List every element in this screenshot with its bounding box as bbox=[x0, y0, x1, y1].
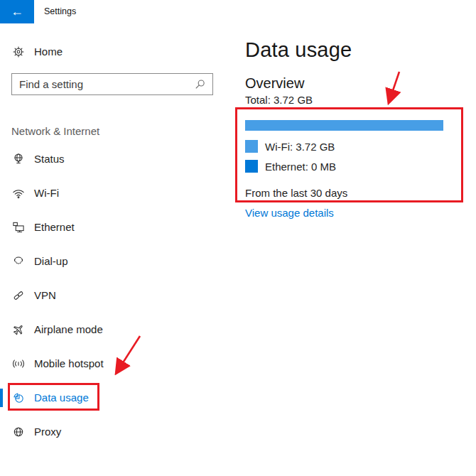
vpn-icon bbox=[11, 288, 26, 303]
sidebar-item-label: Status bbox=[34, 146, 65, 172]
sidebar-item-data-usage[interactable]: Data usage bbox=[0, 385, 220, 411]
ethernet-legend-label: Ethernet: 0 MB bbox=[265, 161, 336, 173]
usage-bar-chart bbox=[245, 120, 443, 131]
wifi-legend-swatch bbox=[245, 140, 258, 153]
sidebar-item-label: Proxy bbox=[34, 419, 61, 445]
dialup-phone-icon bbox=[11, 254, 26, 269]
sidebar-item-home[interactable]: Home bbox=[0, 39, 220, 65]
sidebar-item-label: Dial-up bbox=[34, 249, 68, 274]
back-arrow-icon: ← bbox=[11, 4, 23, 19]
period-label: From the last 30 days bbox=[245, 187, 347, 199]
sidebar-item-mobile-hotspot[interactable]: Mobile hotspot bbox=[0, 351, 220, 377]
search-box[interactable] bbox=[11, 73, 213, 95]
sidebar-item-proxy[interactable]: Proxy bbox=[0, 419, 220, 445]
sidebar-item-vpn[interactable]: VPN bbox=[0, 283, 220, 308]
sidebar-item-label: Data usage bbox=[34, 385, 89, 411]
pie-chart-icon bbox=[11, 391, 26, 405]
overview-heading: Overview bbox=[245, 75, 304, 92]
search-input[interactable] bbox=[12, 74, 212, 94]
sidebar-section-label: Network & Internet bbox=[11, 125, 99, 137]
ethernet-legend-swatch bbox=[245, 160, 258, 173]
wifi-icon bbox=[11, 186, 26, 200]
ethernet-icon bbox=[11, 220, 26, 234]
sidebar-item-wifi[interactable]: Wi-Fi bbox=[0, 180, 220, 206]
sidebar-item-label: Ethernet bbox=[34, 215, 75, 240]
sidebar-item-label: Wi-Fi bbox=[34, 180, 59, 206]
total-usage-label: Total: 3.72 GB bbox=[245, 94, 313, 106]
airplane-icon bbox=[11, 323, 26, 337]
sidebar-item-label: VPN bbox=[34, 283, 56, 308]
sidebar-item-label: Home bbox=[34, 39, 63, 65]
globe-status-icon bbox=[11, 152, 26, 166]
wifi-legend-label: Wi-Fi: 3.72 GB bbox=[265, 141, 335, 153]
sidebar-item-airplane-mode[interactable]: Airplane mode bbox=[0, 317, 220, 342]
sidebar-item-label: Mobile hotspot bbox=[34, 351, 104, 377]
globe-proxy-icon bbox=[11, 425, 26, 439]
hotspot-icon bbox=[11, 357, 26, 371]
usage-bar-wifi bbox=[245, 120, 443, 131]
sidebar-item-dialup[interactable]: Dial-up bbox=[0, 249, 220, 274]
search-icon[interactable] bbox=[193, 77, 207, 92]
app-title: Settings bbox=[44, 6, 76, 16]
page-title: Data usage bbox=[245, 38, 352, 62]
gear-icon bbox=[11, 45, 26, 59]
sidebar-item-ethernet[interactable]: Ethernet bbox=[0, 215, 220, 240]
back-button[interactable]: ← bbox=[0, 0, 34, 23]
sidebar-item-label: Airplane mode bbox=[34, 317, 103, 342]
legend-item-ethernet: Ethernet: 0 MB bbox=[245, 160, 336, 173]
view-usage-details-link[interactable]: View usage details bbox=[245, 207, 334, 219]
selected-item-indicator bbox=[0, 389, 3, 407]
arrow-to-chart bbox=[389, 72, 399, 101]
legend-item-wifi: Wi-Fi: 3.72 GB bbox=[245, 140, 335, 153]
sidebar-item-status[interactable]: Status bbox=[0, 146, 220, 172]
